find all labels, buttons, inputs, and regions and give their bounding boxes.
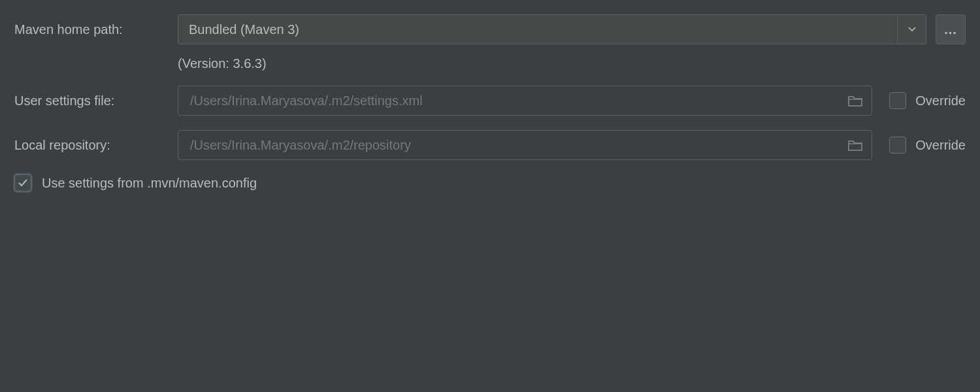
maven-home-browse-button[interactable]: ... (936, 14, 966, 44)
maven-home-path-selected: Bundled (Maven 3) (178, 22, 897, 37)
maven-home-path-label: Maven home path: (14, 22, 178, 37)
local-repository-field-wrap (178, 130, 872, 160)
user-settings-override-label: Override (915, 93, 966, 108)
use-mvn-config-checkbox[interactable] (14, 174, 31, 191)
local-repository-override-label: Override (915, 138, 966, 153)
folder-icon[interactable] (848, 139, 862, 151)
user-settings-file-field-wrap (178, 86, 872, 116)
user-settings-file-label: User settings file: (14, 93, 178, 108)
maven-home-path-combo[interactable]: Bundled (Maven 3) (178, 14, 926, 44)
maven-version-text: (Version: 3.6.3) (178, 56, 267, 71)
use-mvn-config-label: Use settings from .mvn/maven.config (42, 176, 257, 191)
local-repository-override-checkbox[interactable] (889, 137, 906, 154)
local-repository-input[interactable] (189, 137, 841, 154)
user-settings-override-checkbox[interactable] (889, 92, 906, 109)
folder-icon[interactable] (848, 95, 862, 106)
user-settings-file-input[interactable] (189, 93, 841, 109)
chevron-down-icon[interactable] (897, 15, 926, 44)
local-repository-label: Local repository: (14, 138, 178, 153)
